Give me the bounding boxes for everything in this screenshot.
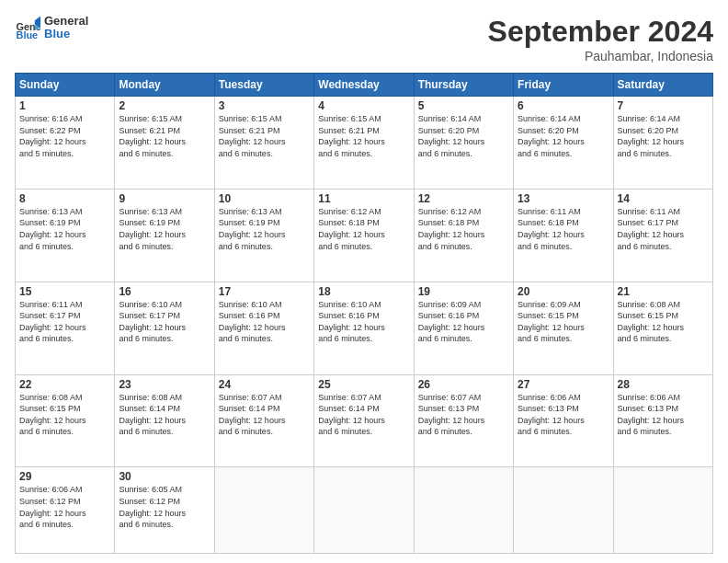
day-number: 4 bbox=[318, 99, 409, 112]
day-info: Sunrise: 6:11 AMSunset: 6:17 PMDaylight:… bbox=[618, 206, 709, 252]
table-row: 8 Sunrise: 6:13 AMSunset: 6:19 PMDayligh… bbox=[16, 189, 713, 282]
logo-line2: Blue bbox=[44, 28, 88, 40]
day-number: 20 bbox=[518, 285, 609, 298]
day-info: Sunrise: 6:13 AMSunset: 6:19 PMDaylight:… bbox=[119, 206, 210, 252]
day-cell: 11 Sunrise: 6:12 AMSunset: 6:18 PMDaylig… bbox=[314, 189, 414, 282]
day-info: Sunrise: 6:15 AMSunset: 6:21 PMDaylight:… bbox=[219, 113, 310, 159]
day-info: Sunrise: 6:11 AMSunset: 6:18 PMDaylight:… bbox=[518, 206, 609, 252]
day-cell-empty bbox=[613, 467, 712, 554]
day-cell-empty bbox=[514, 467, 613, 554]
title-block: September 2024 Pauhambar, Indonesia bbox=[488, 15, 713, 63]
col-tuesday: Tuesday bbox=[214, 74, 313, 97]
day-info: Sunrise: 6:15 AMSunset: 6:21 PMDaylight:… bbox=[119, 113, 210, 159]
day-number: 11 bbox=[318, 192, 409, 205]
day-number: 14 bbox=[618, 192, 709, 205]
day-cell: 10 Sunrise: 6:13 AMSunset: 6:19 PMDaylig… bbox=[214, 189, 313, 282]
day-cell: 20 Sunrise: 6:09 AMSunset: 6:15 PMDaylig… bbox=[514, 282, 613, 374]
day-info: Sunrise: 6:12 AMSunset: 6:18 PMDaylight:… bbox=[318, 206, 409, 252]
day-number: 5 bbox=[418, 99, 509, 112]
svg-text:Blue: Blue bbox=[17, 30, 39, 41]
day-info: Sunrise: 6:13 AMSunset: 6:19 PMDaylight:… bbox=[219, 206, 310, 252]
day-cell: 28 Sunrise: 6:06 AMSunset: 6:13 PMDaylig… bbox=[613, 374, 712, 467]
day-cell: 26 Sunrise: 6:07 AMSunset: 6:13 PMDaylig… bbox=[414, 374, 513, 467]
day-info: Sunrise: 6:05 AMSunset: 6:12 PMDaylight:… bbox=[119, 484, 210, 530]
day-cell: 9 Sunrise: 6:13 AMSunset: 6:19 PMDayligh… bbox=[115, 189, 214, 282]
day-number: 8 bbox=[19, 192, 110, 205]
day-number: 12 bbox=[418, 192, 509, 205]
day-info: Sunrise: 6:14 AMSunset: 6:20 PMDaylight:… bbox=[518, 113, 609, 159]
day-info: Sunrise: 6:08 AMSunset: 6:15 PMDaylight:… bbox=[618, 299, 709, 345]
table-row: 1 Sunrise: 6:16 AMSunset: 6:22 PMDayligh… bbox=[16, 97, 713, 190]
table-row: 22 Sunrise: 6:08 AMSunset: 6:15 PMDaylig… bbox=[16, 374, 713, 467]
day-cell: 22 Sunrise: 6:08 AMSunset: 6:15 PMDaylig… bbox=[16, 374, 115, 467]
day-info: Sunrise: 6:13 AMSunset: 6:19 PMDaylight:… bbox=[19, 206, 110, 252]
table-row: 15 Sunrise: 6:11 AMSunset: 6:17 PMDaylig… bbox=[16, 282, 713, 374]
logo-icon: General Blue bbox=[15, 15, 40, 40]
day-info: Sunrise: 6:11 AMSunset: 6:17 PMDaylight:… bbox=[19, 299, 110, 345]
day-number: 26 bbox=[418, 378, 509, 391]
day-number: 19 bbox=[418, 285, 509, 298]
day-info: Sunrise: 6:16 AMSunset: 6:22 PMDaylight:… bbox=[19, 113, 110, 159]
col-saturday: Saturday bbox=[613, 74, 712, 97]
day-number: 17 bbox=[219, 285, 310, 298]
day-info: Sunrise: 6:12 AMSunset: 6:18 PMDaylight:… bbox=[418, 206, 509, 252]
header-row: Sunday Monday Tuesday Wednesday Thursday… bbox=[16, 74, 713, 97]
day-info: Sunrise: 6:10 AMSunset: 6:16 PMDaylight:… bbox=[219, 299, 310, 345]
page: General Blue General Blue September 2024… bbox=[0, 0, 728, 563]
day-number: 21 bbox=[618, 285, 709, 298]
day-cell: 30 Sunrise: 6:05 AMSunset: 6:12 PMDaylig… bbox=[115, 467, 214, 554]
day-cell: 24 Sunrise: 6:07 AMSunset: 6:14 PMDaylig… bbox=[214, 374, 313, 467]
day-number: 23 bbox=[119, 378, 210, 391]
col-wednesday: Wednesday bbox=[314, 74, 414, 97]
day-number: 6 bbox=[518, 99, 609, 112]
calendar-table: Sunday Monday Tuesday Wednesday Thursday… bbox=[15, 73, 713, 554]
day-number: 28 bbox=[618, 378, 709, 391]
day-cell: 29 Sunrise: 6:06 AMSunset: 6:12 PMDaylig… bbox=[16, 467, 115, 554]
day-cell: 12 Sunrise: 6:12 AMSunset: 6:18 PMDaylig… bbox=[414, 189, 513, 282]
day-cell: 6 Sunrise: 6:14 AMSunset: 6:20 PMDayligh… bbox=[514, 97, 613, 190]
day-info: Sunrise: 6:07 AMSunset: 6:14 PMDaylight:… bbox=[219, 392, 310, 438]
day-info: Sunrise: 6:06 AMSunset: 6:12 PMDaylight:… bbox=[19, 484, 110, 530]
day-cell: 2 Sunrise: 6:15 AMSunset: 6:21 PMDayligh… bbox=[115, 97, 214, 190]
subtitle: Pauhambar, Indonesia bbox=[488, 49, 713, 63]
day-cell: 23 Sunrise: 6:08 AMSunset: 6:14 PMDaylig… bbox=[115, 374, 214, 467]
day-number: 10 bbox=[219, 192, 310, 205]
day-cell-empty bbox=[414, 467, 513, 554]
day-cell: 27 Sunrise: 6:06 AMSunset: 6:13 PMDaylig… bbox=[514, 374, 613, 467]
day-number: 18 bbox=[318, 285, 409, 298]
day-cell: 7 Sunrise: 6:14 AMSunset: 6:20 PMDayligh… bbox=[613, 97, 712, 190]
day-info: Sunrise: 6:10 AMSunset: 6:16 PMDaylight:… bbox=[318, 299, 409, 345]
day-cell-empty bbox=[214, 467, 313, 554]
day-cell: 13 Sunrise: 6:11 AMSunset: 6:18 PMDaylig… bbox=[514, 189, 613, 282]
day-number: 3 bbox=[219, 99, 310, 112]
day-info: Sunrise: 6:08 AMSunset: 6:15 PMDaylight:… bbox=[19, 392, 110, 438]
day-number: 15 bbox=[19, 285, 110, 298]
col-sunday: Sunday bbox=[16, 74, 115, 97]
day-cell: 4 Sunrise: 6:15 AMSunset: 6:21 PMDayligh… bbox=[314, 97, 414, 190]
day-number: 27 bbox=[518, 378, 609, 391]
day-info: Sunrise: 6:06 AMSunset: 6:13 PMDaylight:… bbox=[518, 392, 609, 438]
day-number: 29 bbox=[19, 470, 110, 483]
day-cell: 25 Sunrise: 6:07 AMSunset: 6:14 PMDaylig… bbox=[314, 374, 414, 467]
month-title: September 2024 bbox=[488, 15, 713, 49]
day-info: Sunrise: 6:06 AMSunset: 6:13 PMDaylight:… bbox=[618, 392, 709, 438]
day-number: 22 bbox=[19, 378, 110, 391]
day-cell: 16 Sunrise: 6:10 AMSunset: 6:17 PMDaylig… bbox=[115, 282, 214, 374]
col-monday: Monday bbox=[115, 74, 214, 97]
day-cell-empty bbox=[314, 467, 414, 554]
day-info: Sunrise: 6:08 AMSunset: 6:14 PMDaylight:… bbox=[119, 392, 210, 438]
day-info: Sunrise: 6:14 AMSunset: 6:20 PMDaylight:… bbox=[418, 113, 509, 159]
day-cell: 19 Sunrise: 6:09 AMSunset: 6:16 PMDaylig… bbox=[414, 282, 513, 374]
day-cell: 1 Sunrise: 6:16 AMSunset: 6:22 PMDayligh… bbox=[16, 97, 115, 190]
day-info: Sunrise: 6:14 AMSunset: 6:20 PMDaylight:… bbox=[618, 113, 709, 159]
day-number: 30 bbox=[119, 470, 210, 483]
day-info: Sunrise: 6:09 AMSunset: 6:16 PMDaylight:… bbox=[418, 299, 509, 345]
day-cell: 18 Sunrise: 6:10 AMSunset: 6:16 PMDaylig… bbox=[314, 282, 414, 374]
col-thursday: Thursday bbox=[414, 74, 513, 97]
day-info: Sunrise: 6:10 AMSunset: 6:17 PMDaylight:… bbox=[119, 299, 210, 345]
day-info: Sunrise: 6:07 AMSunset: 6:14 PMDaylight:… bbox=[318, 392, 409, 438]
day-number: 2 bbox=[119, 99, 210, 112]
day-cell: 8 Sunrise: 6:13 AMSunset: 6:19 PMDayligh… bbox=[16, 189, 115, 282]
day-number: 7 bbox=[618, 99, 709, 112]
logo: General Blue General Blue bbox=[15, 15, 88, 41]
